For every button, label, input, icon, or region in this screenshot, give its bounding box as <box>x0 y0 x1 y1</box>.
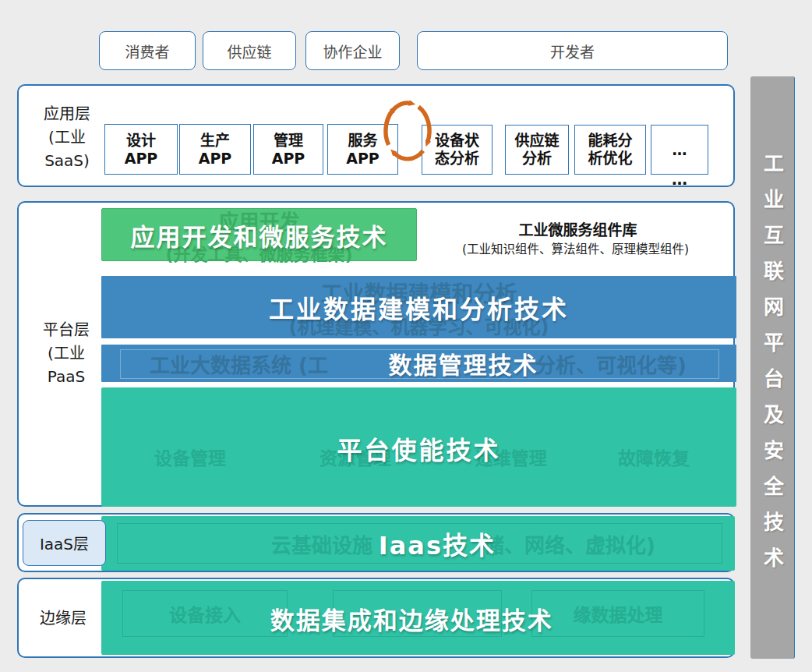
security-tech-bar-label: 工业互联网平台及安全技术 <box>758 153 787 583</box>
edge-faded-device-access-label: 设备接入 <box>169 600 241 627</box>
app-box-production: 生产 APP <box>179 124 251 175</box>
application-layer-label: 应用层 (工业 SaaS) <box>25 98 109 176</box>
enablement-faded-fault-recovery: 故障恢复 <box>618 444 690 470</box>
data-management-overlay-title: 数据管理技术 <box>389 346 538 380</box>
iaas-overlay-title: Iaas技术 <box>379 525 496 561</box>
platform-layer-panel: 平台层 (工业 PaaS 应用开发 (开发工具、微服务框架) 应用开发和微服务技… <box>17 201 735 507</box>
iaas-layer-label: IaaS层 <box>23 520 106 566</box>
edge-layer-panel: 边缘层 设备接入 缘数据处理 数据集成和边缘处理技术 <box>17 578 735 658</box>
edge-processing-bar: 设备接入 缘数据处理 数据集成和边缘处理技术 <box>101 581 735 655</box>
data-modeling-bar: 工业数据建模和分析 (机理建模、机器学习、可视化) 工业数据建模和分析技术 <box>101 276 736 338</box>
data-modeling-overlay-title: 工业数据建模和分析技术 <box>269 289 569 325</box>
analytics-box-more: … <box>651 125 708 175</box>
actor-box-developer: 开发者 <box>417 31 728 70</box>
sync-cycle-arrows-icon <box>377 89 438 173</box>
edge-faded-box-edge-data: 缘数据处理 <box>531 590 704 637</box>
actor-box-supply-chain: 供应链 <box>203 31 296 70</box>
analytics-box-energy: 能耗分 析优化 <box>574 125 646 175</box>
enablement-faded-device-mgmt: 设备管理 <box>154 444 226 470</box>
platform-layer-label: 平台层 (工业 PaaS <box>23 308 109 398</box>
edge-overlay-title: 数据集成和边缘处理技术 <box>270 600 553 635</box>
analytics-box-supply-chain: 供应链 分析 <box>505 125 569 175</box>
security-tech-bar: 工业互联网平台及安全技术 <box>750 76 795 659</box>
iaas-faded-left: 云基础设施 <box>271 529 372 558</box>
ellipsis-more-text: … <box>651 170 708 189</box>
app-box-design: 设计 APP <box>104 124 178 175</box>
platform-enablement-box: 设备管理 资源管理 运维管理 故障恢复 平台使能技术 <box>101 387 736 507</box>
iaas-faded-right: 储、网络、虚拟化) <box>484 529 655 558</box>
enablement-overlay-title: 平台使能技术 <box>337 430 500 466</box>
app-dev-overlay-title: 应用开发和微服务技术 <box>131 218 388 253</box>
microservice-library-title: 工业微服务组件库 <box>424 218 732 239</box>
app-dev-microservice-box: 应用开发 (开发工具、微服务框架) 应用开发和微服务技术 <box>101 208 417 261</box>
data-management-faded-right: 分析、可视化等) <box>535 349 687 378</box>
edge-layer-label: 边缘层 <box>23 579 103 656</box>
app-box-management: 管理 APP <box>253 124 323 175</box>
application-layer-panel: 应用层 (工业 SaaS) 设计 APP 生产 APP 管理 APP 服务 AP… <box>17 84 735 187</box>
microservice-library-subtitle: (工业知识组件、算法组件、原理模型组件) <box>418 239 733 256</box>
data-management-bar: 工业大数据系统 (工 分析、可视化等) 数据管理技术 <box>101 345 736 382</box>
iaas-tech-bar: 云基础设施 储、网络、虚拟化) Iaas技术 <box>101 516 735 571</box>
data-management-faded-left: 工业大数据系统 (工 <box>150 349 328 378</box>
actor-box-consumer: 消费者 <box>99 31 196 70</box>
edge-faded-edge-data-label: 缘数据处理 <box>574 600 663 627</box>
actor-box-collaboration: 协作企业 <box>305 31 400 70</box>
edge-faded-box-device-access: 设备接入 <box>122 590 288 637</box>
iaas-layer-panel: 云基础设施 储、网络、虚拟化) Iaas技术 IaaS层 <box>17 513 735 572</box>
